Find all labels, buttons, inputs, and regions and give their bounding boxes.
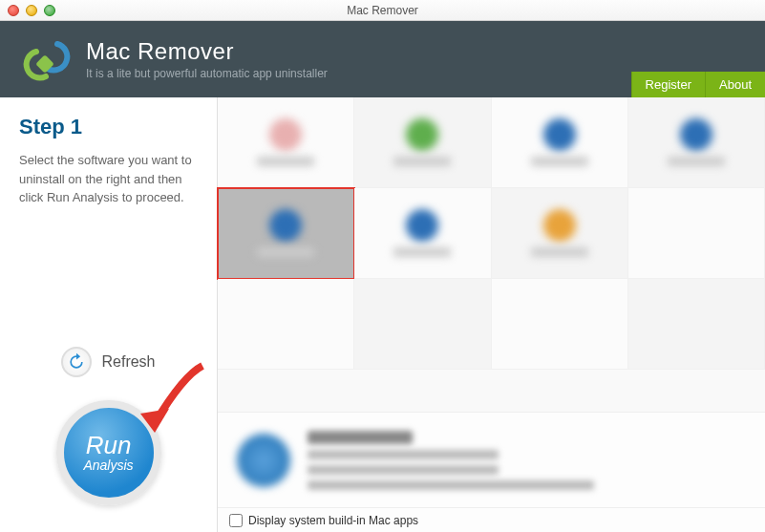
window-title: Mac Remover xyxy=(347,4,418,17)
run-analysis-wrap: Run Analysis xyxy=(0,391,217,532)
refresh-icon xyxy=(61,347,92,377)
header-buttons: Register About xyxy=(631,72,765,97)
app-icon xyxy=(406,118,438,151)
app-label xyxy=(393,247,451,257)
app-label xyxy=(531,157,588,166)
run-analysis-label-top: Run xyxy=(86,433,132,458)
app-icon xyxy=(269,118,302,151)
app-icon xyxy=(680,118,712,151)
app-label xyxy=(393,157,451,166)
traffic-lights xyxy=(8,5,55,16)
step-title: Step 1 xyxy=(19,115,198,139)
app-label xyxy=(531,247,588,257)
app-cell[interactable] xyxy=(492,279,628,370)
app-cell[interactable] xyxy=(628,97,765,188)
app-cell[interactable] xyxy=(354,279,491,370)
refresh-button[interactable]: Refresh xyxy=(0,333,217,391)
run-analysis-button[interactable]: Run Analysis xyxy=(56,400,161,505)
detail-app-icon xyxy=(237,434,290,487)
app-icon xyxy=(406,209,438,242)
app-label xyxy=(257,247,314,257)
app-cell[interactable] xyxy=(218,97,354,188)
step-panel: Step 1 Select the software you want to u… xyxy=(0,97,217,224)
app-icon xyxy=(269,209,302,242)
main-area: Step 1 Select the software you want to u… xyxy=(0,97,765,532)
detail-publisher xyxy=(308,450,499,459)
app-grid[interactable] xyxy=(218,97,765,412)
app-subtitle: It is a lite but powerful automatic app … xyxy=(86,67,328,80)
titlebar: Mac Remover xyxy=(0,0,765,21)
about-button[interactable]: About xyxy=(705,72,765,97)
logo: Mac Remover It is a lite but powerful au… xyxy=(19,32,328,86)
app-logo-icon xyxy=(19,32,73,86)
close-window-button[interactable] xyxy=(8,5,19,16)
display-system-apps-checkbox[interactable] xyxy=(229,514,243,527)
register-button[interactable]: Register xyxy=(631,72,705,97)
app-cell[interactable] xyxy=(354,97,491,188)
app-label xyxy=(668,157,725,166)
refresh-label: Refresh xyxy=(101,353,155,371)
app-cell[interactable] xyxy=(354,188,491,279)
footer: Display system build-in Mac apps xyxy=(218,507,765,532)
app-detail-panel xyxy=(218,412,765,507)
content-area: Display system build-in Mac apps xyxy=(218,97,765,532)
detail-app-name xyxy=(308,431,413,444)
app-header: Mac Remover It is a lite but powerful au… xyxy=(0,21,765,97)
sidebar: Step 1 Select the software you want to u… xyxy=(0,97,218,532)
app-cell[interactable] xyxy=(628,279,765,370)
app-icon xyxy=(543,209,576,242)
detail-install-date xyxy=(308,480,594,490)
app-title: Mac Remover xyxy=(86,38,328,65)
app-cell[interactable] xyxy=(628,188,765,279)
run-analysis-label-bottom: Analysis xyxy=(83,458,133,473)
app-cell[interactable] xyxy=(218,188,354,279)
app-cell[interactable] xyxy=(492,97,628,188)
detail-text xyxy=(308,431,594,490)
app-icon xyxy=(543,118,576,151)
minimize-window-button[interactable] xyxy=(26,5,37,16)
app-cell[interactable] xyxy=(218,279,354,370)
display-system-apps-toggle[interactable]: Display system build-in Mac apps xyxy=(229,514,418,527)
app-label xyxy=(257,157,314,166)
display-system-apps-label: Display system build-in Mac apps xyxy=(248,514,418,527)
detail-version xyxy=(308,465,499,475)
zoom-window-button[interactable] xyxy=(44,5,55,16)
app-cell[interactable] xyxy=(492,188,628,279)
step-description: Select the software you want to uninstal… xyxy=(19,151,198,207)
